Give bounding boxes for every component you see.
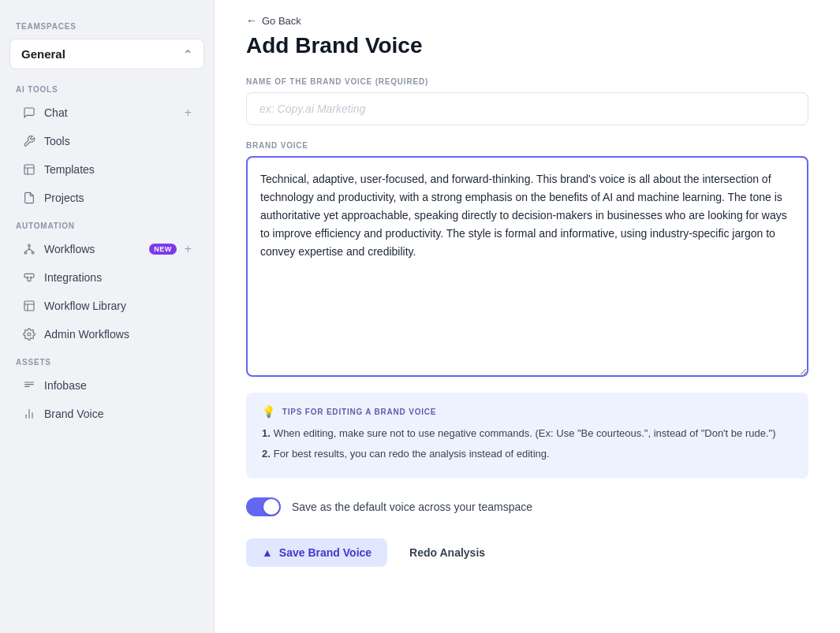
tips-header-label: TIPS FOR EDITING A BRAND VOICE [282,408,437,416]
brand-voice-label: Brand Voice [44,408,192,420]
teamspaces-label: TEAMSPACES [0,13,214,35]
templates-icon [22,162,36,177]
chat-icon [22,106,36,120]
redo-button-label: Redo Analysis [409,546,485,559]
workflows-plus-icon[interactable]: + [185,242,192,256]
tip-2: For best results, you can redo the analy… [262,446,793,462]
integrations-label: Integrations [44,271,192,284]
go-back-label: Go Back [262,15,301,27]
workflows-icon [22,242,36,256]
brand-voice-name-input[interactable] [246,92,808,125]
save-button-label: Save Brand Voice [279,546,371,559]
tools-icon [22,134,36,148]
brand-voice-label: BRAND VOICE [246,141,808,150]
sidebar-item-templates[interactable]: Templates [6,156,207,183]
ai-tools-label: AI TOOLS [0,76,214,99]
brand-voice-icon [22,407,36,421]
save-brand-voice-button[interactable]: ▲ Save Brand Voice [246,538,387,567]
assets-label: ASSETS [0,348,214,371]
toggle-row: Save as the default voice across your te… [246,497,808,516]
sidebar-item-admin-workflows[interactable]: Admin Workflows [6,321,207,348]
go-back-button[interactable]: ← Go Back [246,0,808,33]
main-content: ← Go Back Add Brand Voice NAME OF THE BR… [215,0,840,633]
sidebar-item-brand-voice[interactable]: Brand Voice [6,400,207,427]
projects-icon [22,191,36,205]
tip-1: When editing, make sure not to use negat… [262,426,793,441]
chevron-icon: ⌃ [183,48,192,61]
toggle-label: Save as the default voice across your te… [292,501,532,513]
projects-label: Projects [44,192,192,204]
teamspace-selector[interactable]: General ⌃ [9,39,204,69]
plus-icon[interactable]: + [185,106,192,120]
workflows-label: Workflows [44,243,141,255]
tips-box: 💡 TIPS FOR EDITING A BRAND VOICE When ed… [246,393,808,478]
bulb-icon: 💡 [262,405,276,418]
sidebar-item-infobase[interactable]: Infobase [6,372,207,399]
svg-rect-0 [24,165,34,174]
svg-point-7 [28,333,31,336]
automation-label: AUTOMATION [0,212,214,235]
chat-label: Chat [44,106,177,119]
integrations-icon [22,270,36,285]
teamspace-name: General [21,47,65,61]
svg-rect-6 [24,301,34,311]
workflow-library-icon [22,299,36,313]
sidebar-item-chat[interactable]: Chat + [6,99,207,126]
tips-header: 💡 TIPS FOR EDITING A BRAND VOICE [262,405,793,418]
workflow-library-label: Workflow Library [44,300,192,312]
sidebar-item-projects[interactable]: Projects [6,184,207,211]
default-voice-toggle[interactable] [246,497,281,516]
infobase-label: Infobase [44,379,192,392]
sidebar: TEAMSPACES General ⌃ AI TOOLS Chat + Too… [0,0,215,633]
new-badge: NEW [149,244,176,255]
sidebar-item-tools[interactable]: Tools [6,128,207,155]
tools-label: Tools [44,135,192,147]
redo-analysis-button[interactable]: Redo Analysis [406,538,488,567]
sidebar-item-integrations[interactable]: Integrations [6,264,207,291]
page-title: Add Brand Voice [246,33,808,58]
tips-list: When editing, make sure not to use negat… [262,426,793,461]
sidebar-item-workflows[interactable]: Workflows NEW + [6,236,207,263]
infobase-icon [22,378,36,393]
back-arrow-icon: ← [246,14,257,27]
action-row: ▲ Save Brand Voice Redo Analysis [246,538,808,567]
brand-voice-textarea[interactable]: Technical, adaptive, user-focused, and f… [246,156,808,377]
admin-workflows-label: Admin Workflows [44,328,192,341]
name-field-label: NAME OF THE BRAND VOICE (REQUIRED) [246,77,808,86]
wave-icon: ▲ [262,546,273,559]
admin-workflows-icon [22,327,36,341]
templates-label: Templates [44,163,192,176]
sidebar-item-workflow-library[interactable]: Workflow Library [6,292,207,319]
